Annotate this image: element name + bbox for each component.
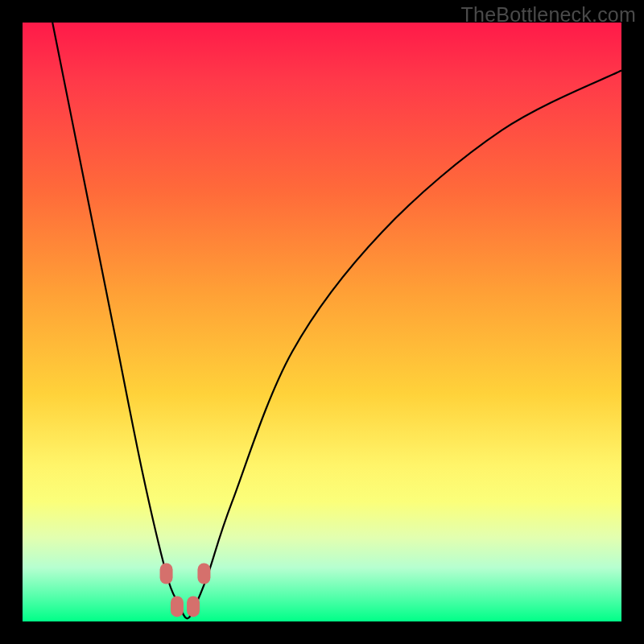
curve-marker xyxy=(160,563,173,584)
curve-marker xyxy=(187,596,200,617)
watermark-text: TheBottleneck.com xyxy=(461,3,636,27)
curve-line xyxy=(52,23,621,618)
chart-plot-area xyxy=(23,23,621,621)
bottleneck-curve xyxy=(23,23,621,621)
curve-marker xyxy=(197,563,210,584)
curve-marker xyxy=(171,596,184,617)
